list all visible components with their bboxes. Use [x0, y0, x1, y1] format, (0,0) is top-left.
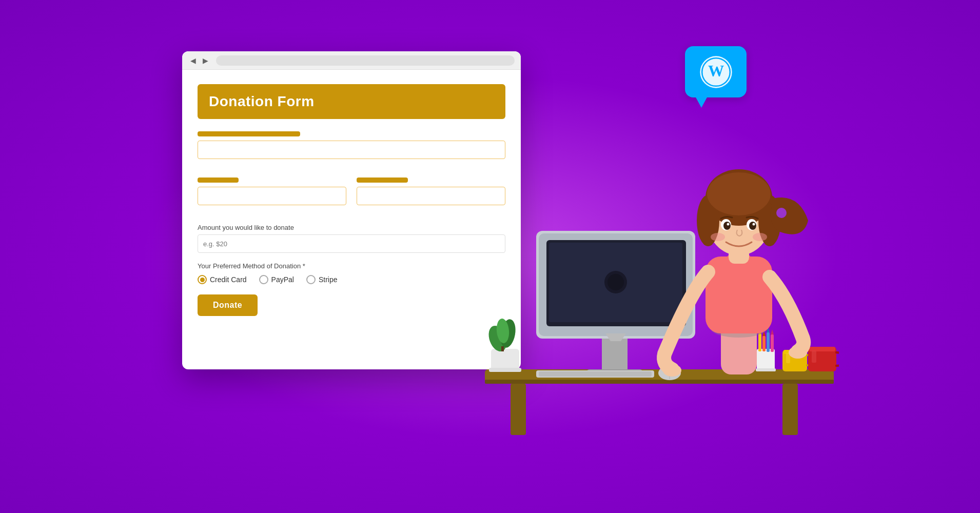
svg-marker-35 — [771, 329, 774, 334]
radio-stripe[interactable]: Stripe — [306, 275, 338, 284]
svg-rect-29 — [762, 336, 766, 351]
svg-point-62 — [776, 208, 787, 218]
amount-input[interactable] — [198, 234, 505, 253]
amount-group: Amount you would like to donate — [198, 224, 505, 253]
radio-paypal[interactable]: PayPal — [259, 275, 294, 284]
wordpress-bubble-box: W — [685, 46, 747, 97]
illustration — [469, 118, 839, 477]
wordpress-logo-icon: W — [699, 55, 733, 89]
svg-point-57 — [749, 222, 756, 230]
svg-rect-17 — [489, 368, 521, 372]
svg-point-53 — [707, 172, 771, 215]
radio-paypal-label: PayPal — [271, 275, 294, 284]
field2-label-bar — [198, 177, 239, 183]
svg-rect-4 — [485, 380, 834, 384]
field-row — [198, 177, 505, 224]
svg-point-59 — [753, 223, 755, 226]
field2-col — [198, 177, 346, 224]
svg-rect-21 — [501, 346, 504, 351]
browser-titlebar: ◀ ▶ — [182, 51, 521, 70]
svg-rect-16 — [491, 349, 519, 370]
radio-stripe-label: Stripe — [319, 275, 338, 284]
svg-rect-31 — [771, 334, 774, 352]
radio-stripe-circle[interactable] — [306, 275, 316, 284]
payment-method-group: Your Preferred Method of Donation * Cred… — [198, 262, 505, 284]
payment-method-label: Your Preferred Method of Donation * — [198, 262, 505, 270]
svg-point-61 — [753, 233, 767, 241]
svg-point-14 — [607, 274, 624, 290]
field3-label-bar — [357, 177, 408, 183]
radio-credit-card-label: Credit Card — [210, 275, 247, 284]
field1-input[interactable] — [198, 141, 505, 159]
svg-point-58 — [727, 223, 730, 226]
svg-point-47 — [789, 346, 807, 359]
field1-label-bar — [198, 131, 300, 136]
svg-rect-41 — [812, 350, 816, 363]
svg-rect-6 — [782, 384, 798, 435]
wordpress-bubble: W — [685, 46, 747, 97]
svg-rect-28 — [758, 333, 761, 351]
form-title: Donation Form — [209, 93, 315, 109]
svg-point-56 — [723, 222, 731, 230]
radio-credit-card-circle[interactable] — [198, 275, 207, 284]
svg-text:W: W — [708, 62, 723, 80]
svg-rect-26 — [757, 349, 775, 371]
field2-group — [198, 177, 346, 214]
back-arrow-icon[interactable]: ◀ — [188, 56, 198, 65]
svg-point-60 — [711, 233, 725, 241]
form-header: Donation Form — [198, 84, 505, 119]
amount-label: Amount you would like to donate — [198, 224, 505, 231]
radio-paypal-circle[interactable] — [259, 275, 268, 284]
radio-group: Credit Card PayPal Stripe — [198, 275, 505, 284]
donate-button[interactable]: Donate — [198, 294, 258, 316]
svg-point-46 — [663, 364, 681, 377]
field1-group — [198, 131, 505, 168]
svg-rect-44 — [705, 256, 772, 333]
svg-rect-30 — [767, 332, 770, 352]
address-bar[interactable] — [216, 55, 515, 66]
field2-input[interactable] — [198, 187, 346, 205]
svg-rect-23 — [539, 371, 652, 377]
svg-rect-27 — [756, 368, 776, 371]
radio-credit-card[interactable]: Credit Card — [198, 275, 247, 284]
svg-rect-5 — [511, 384, 526, 435]
forward-arrow-icon[interactable]: ▶ — [201, 56, 210, 65]
